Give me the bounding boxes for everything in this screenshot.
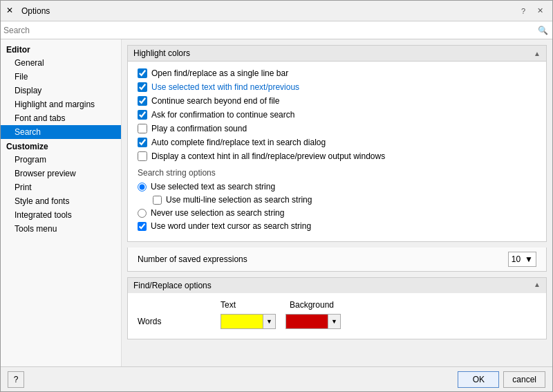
checkbox-auto-complete[interactable] [138, 138, 147, 147]
search-bar: 🔍 [1, 21, 552, 39]
label-auto-complete: Auto complete find/replace text in searc… [151, 138, 326, 147]
titlebar: ✕ Options ? ✕ [1, 1, 552, 21]
checkbox-display-context[interactable] [138, 151, 147, 161]
main-content: Editor General File Display Highlight an… [1, 39, 552, 366]
radio-input-use-selected[interactable] [138, 183, 147, 192]
checkbox-use-multiline[interactable] [153, 196, 162, 205]
checkbox-open-findreplace[interactable] [138, 68, 147, 78]
app-icon: ✕ [6, 6, 17, 17]
highlight-colors-body: Open find/replace as a single line bar U… [127, 62, 547, 242]
titlebar-controls: ? ✕ [516, 4, 547, 18]
sidebar-item-browser-preview[interactable]: Browser preview [1, 167, 121, 180]
sidebar-item-file[interactable]: File [1, 70, 121, 84]
label-play-sound: Play a confirmation sound [151, 124, 247, 133]
option-ask-confirmation: Ask for confirmation to continue search [138, 110, 536, 120]
option-use-multiline: Use multi-line selection as search strin… [153, 195, 536, 205]
sidebar-item-highlight-margins[interactable]: Highlight and margins [1, 97, 121, 111]
checkbox-play-sound[interactable] [138, 124, 147, 133]
radio-input-never-use[interactable] [138, 209, 147, 218]
label-ask-confirmation: Ask for confirmation to continue search [151, 110, 294, 120]
label-use-selected-text: Use selected text with find next/previou… [151, 82, 299, 92]
titlebar-left: ✕ Options [6, 6, 50, 17]
help-title-button[interactable]: ? [516, 4, 530, 18]
ok-button[interactable]: OK [458, 371, 499, 388]
search-icon[interactable]: 🔍 [536, 24, 550, 37]
option-open-findreplace: Open find/replace as a single line bar [138, 68, 536, 78]
radio-use-selected: Use selected text as search string [138, 182, 536, 192]
sidebar-item-tools-menu[interactable]: Tools menu [1, 222, 121, 236]
sidebar-item-general[interactable]: General [1, 56, 121, 70]
words-text-color-swatch[interactable]: ▼ [221, 314, 276, 329]
color-col-bg-label: Background [290, 300, 359, 310]
label-open-findreplace: Open find/replace as a single line bar [151, 68, 288, 78]
option-display-context: Display a context hint in all find/repla… [138, 151, 536, 161]
color-row-words: Words ▼ ▼ [138, 314, 536, 329]
option-play-sound: Play a confirmation sound [138, 124, 536, 133]
sidebar-item-search[interactable]: Search [1, 125, 121, 139]
collapse-arrow-findreplace[interactable]: ▲ [534, 281, 541, 290]
sidebar-item-print[interactable]: Print [1, 180, 121, 194]
label-use-word-under: Use word under text cursor as search str… [151, 221, 311, 231]
sidebar-item-font-tabs[interactable]: Font and tabs [1, 111, 121, 125]
sidebar-item-program[interactable]: Program [1, 153, 121, 167]
saved-expressions-value: 10 [512, 254, 521, 264]
option-use-word-under: Use word under text cursor as search str… [138, 221, 536, 231]
color-col-text-label: Text [221, 300, 290, 310]
cancel-button[interactable]: cancel [503, 371, 545, 388]
color-table-header: Text Background [138, 300, 536, 310]
search-string-options-group: Search string options Use selected text … [138, 168, 536, 231]
checkbox-continue-search[interactable] [138, 96, 147, 106]
bottom-bar: ? OK cancel [1, 366, 552, 391]
sidebar: Editor General File Display Highlight an… [1, 39, 122, 366]
words-bg-color-box [286, 315, 328, 328]
words-bg-color-arrow[interactable]: ▼ [328, 315, 340, 328]
checkbox-use-selected-text[interactable] [138, 82, 147, 92]
options-window: ✕ Options ? ✕ 🔍 Editor General File Disp… [0, 0, 553, 392]
saved-expressions-dropdown[interactable]: 10 ▼ [508, 252, 536, 267]
words-label: Words [138, 317, 221, 326]
sidebar-section-editor: Editor [1, 42, 121, 56]
label-display-context: Display a context hint in all find/repla… [151, 151, 385, 161]
highlight-colors-header: Highlight colors ▲ [127, 45, 547, 62]
findreplace-header: Find/Replace options ▲ [128, 278, 546, 293]
label-radio-use-selected: Use selected text as search string [151, 182, 275, 192]
words-text-color-arrow[interactable]: ▼ [263, 315, 275, 328]
saved-expressions-row: Number of saved expressions 10 ▼ [127, 248, 547, 272]
label-continue-search: Continue search beyond end of file [151, 96, 279, 106]
close-button[interactable]: ✕ [533, 4, 547, 18]
window-title: Options [21, 6, 50, 16]
words-bg-color-swatch[interactable]: ▼ [285, 314, 341, 329]
right-panel: Highlight colors ▲ Open find/replace as … [122, 39, 552, 366]
findreplace-body: Text Background Words ▼ [128, 293, 546, 339]
sidebar-item-display[interactable]: Display [1, 84, 121, 97]
sidebar-item-style-fonts[interactable]: Style and fonts [1, 194, 121, 208]
radio-never-use: Never use selection as search string [138, 208, 536, 218]
search-string-options-label: Search string options [138, 168, 536, 178]
option-auto-complete: Auto complete find/replace text in searc… [138, 138, 536, 147]
findreplace-title: Find/Replace options [133, 281, 212, 290]
option-use-selected-text: Use selected text with find next/previou… [138, 82, 536, 92]
help-button[interactable]: ? [8, 371, 24, 388]
highlight-colors-title: Highlight colors [133, 48, 190, 58]
findreplace-section: Find/Replace options ▲ Text Background W… [127, 277, 547, 339]
sidebar-section-customize: Customize [1, 139, 121, 153]
collapse-arrow-highlight[interactable]: ▲ [534, 50, 541, 57]
bottom-right-buttons: OK cancel [458, 371, 545, 388]
label-radio-never-use: Never use selection as search string [151, 208, 284, 218]
saved-expressions-label: Number of saved expressions [138, 254, 247, 264]
words-text-color-box [221, 315, 263, 328]
dropdown-arrow-icon: ▼ [525, 254, 533, 264]
option-continue-search: Continue search beyond end of file [138, 96, 536, 106]
search-input[interactable] [3, 26, 536, 35]
checkbox-ask-confirmation[interactable] [138, 110, 147, 120]
sidebar-item-integrated-tools[interactable]: Integrated tools [1, 208, 121, 222]
checkbox-use-word-under[interactable] [138, 222, 147, 231]
label-use-multiline: Use multi-line selection as search strin… [166, 195, 312, 205]
color-col-empty [138, 300, 221, 310]
